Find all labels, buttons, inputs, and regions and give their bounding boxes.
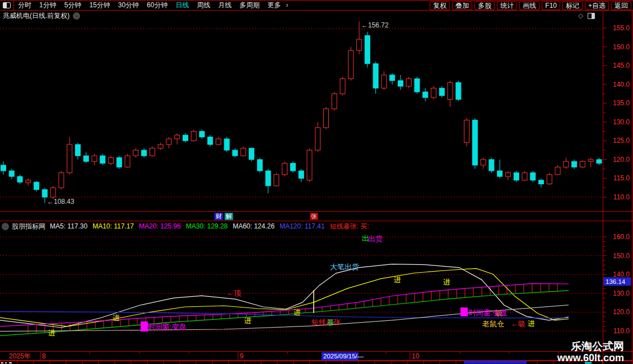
candle-body <box>522 172 527 180</box>
period-tab-周线[interactable]: 周线 <box>197 1 210 9</box>
partial-text-fragment <box>5 362 7 363</box>
ma-value-MA120: MA120: 117.41 <box>280 222 325 230</box>
price-tick-label: 110.0 <box>613 193 630 201</box>
period-tab-30分钟[interactable]: 30分钟 <box>118 1 139 9</box>
annotation-进: 进 <box>528 319 535 328</box>
news-badge-张[interactable]: 张 <box>310 213 318 220</box>
candle-body <box>191 132 196 141</box>
period-tab-日线[interactable]: 日线 <box>175 1 189 9</box>
candle-body <box>83 156 89 161</box>
annotation-进: 进 <box>113 314 120 322</box>
candle-body <box>249 148 254 160</box>
indicator-header: ⌵ 股朋指标网 MA5: 117.30MA10: 117.17MA20: 125… <box>0 222 603 231</box>
candle-body <box>357 39 362 50</box>
candle-body <box>299 171 304 178</box>
candle-body <box>588 160 593 161</box>
annotation-出货: 出货 <box>368 235 383 243</box>
candle-body <box>241 148 246 156</box>
action-buttons: 复权叠加多股统计画线F10标记+自选返回 <box>427 1 633 10</box>
candle-body <box>266 171 271 186</box>
action-button-+自选[interactable]: +自选 <box>585 1 609 10</box>
layout-icon-box[interactable] <box>0 1 14 10</box>
period-tab-多周期[interactable]: 多周期 <box>239 1 259 9</box>
candle-body <box>109 158 114 164</box>
action-button-标记[interactable]: 标记 <box>562 1 583 10</box>
candle-body <box>175 135 180 139</box>
candle-body <box>340 79 345 94</box>
action-button-返回[interactable]: 返回 <box>611 1 631 10</box>
candle-body <box>142 150 147 156</box>
price-tick-label: 145.0 <box>613 62 630 69</box>
chevron-down-icon[interactable]: ⌵ <box>73 12 80 20</box>
candle-body <box>92 156 97 161</box>
candle-body <box>50 188 55 197</box>
price-tick-label: 110.0 <box>613 327 630 335</box>
main-candlestick-chart[interactable]: ←156.72←108.43 <box>0 21 603 211</box>
indicator-panel[interactable]: 出出货大笔出货←顶进进进进进进进短线暴张暴时间窗:变盘时间窗:变盘吸老鼠仓←吸 <box>0 231 603 351</box>
chevron-down-icon[interactable]: ⌵ <box>2 223 9 230</box>
candle-body <box>547 175 552 184</box>
candle-body <box>597 160 602 164</box>
candle-body <box>572 161 577 167</box>
price-tick-label: 150.0 <box>613 43 630 51</box>
candle-body <box>307 150 312 180</box>
period-tab-60分钟[interactable]: 60分钟 <box>147 1 167 9</box>
candle-body <box>75 144 80 156</box>
annotation-吸: 吸 <box>495 309 502 318</box>
period-tab-1分钟[interactable]: 1分钟 <box>39 1 57 9</box>
candle-body <box>67 144 72 172</box>
candle-body <box>282 164 287 175</box>
candle-body <box>332 94 337 109</box>
ma-value-MA5: MA5: 117.30 <box>50 222 87 230</box>
candle-body <box>415 79 420 92</box>
candle-body <box>17 176 22 182</box>
candle-body <box>539 180 544 184</box>
candle-body <box>439 88 444 95</box>
annotation-老鼠仓: 老鼠仓 <box>482 320 504 328</box>
candle-body <box>448 82 453 99</box>
ma-value-MA30: MA30: 129.28 <box>186 222 228 230</box>
top-toolbar: 分时1分钟5分钟15分钟30分钟60分钟日线周线月线多周期更多› 复权叠加多股统… <box>0 0 633 11</box>
candle-body <box>42 190 47 197</box>
annotation-时间窗:变盘: 时间窗:变盘 <box>148 323 187 331</box>
candle-body <box>166 139 171 144</box>
action-button-画线[interactable]: 画线 <box>519 1 539 10</box>
high-price-label: ←156.72 <box>361 21 389 29</box>
candle-body <box>472 120 477 165</box>
candle-body <box>514 172 519 180</box>
period-tab-月线[interactable]: 月线 <box>218 1 231 9</box>
candle-body <box>1 165 6 171</box>
action-button-F10[interactable]: F10 <box>542 1 560 10</box>
candle-body <box>431 88 436 97</box>
price-tick-label: 130.0 <box>613 290 630 297</box>
app-window: { "toolbar": { "periods": ["分时","1分钟","5… <box>0 0 633 364</box>
panel-maximize-icon[interactable] <box>588 13 595 19</box>
year-label: 2025年 <box>9 352 31 360</box>
price-tick-label: 160.0 <box>613 233 630 241</box>
period-tab-15分钟[interactable]: 15分钟 <box>89 1 110 9</box>
diamond-icon[interactable]: ◇ <box>578 12 583 19</box>
candle-body <box>208 137 213 144</box>
action-button-复权[interactable]: 复权 <box>430 1 450 10</box>
action-button-多股[interactable]: 多股 <box>474 1 495 10</box>
candle-body <box>150 148 155 156</box>
watermark-site-name: 乐淘公式网 <box>557 341 624 352</box>
news-badge-解[interactable]: 解 <box>225 213 233 220</box>
action-button-统计[interactable]: 统计 <box>497 1 517 10</box>
price-tick-label: 140.0 <box>613 81 630 88</box>
annotation-进: 进 <box>394 276 401 284</box>
candle-body <box>232 150 238 156</box>
annotation-←吸: ←吸 <box>511 320 525 328</box>
news-badge-strip: 财解张 <box>0 211 633 221</box>
price-tick-label: 120.0 <box>613 156 630 164</box>
candle-body <box>125 156 130 167</box>
action-button-叠加[interactable]: 叠加 <box>452 1 472 10</box>
highlight-date-label: 2025/09/15/— <box>323 353 364 360</box>
news-badge-财[interactable]: 财 <box>215 213 223 220</box>
date-axis[interactable]: 2025年89102025/09/15/— <box>0 351 633 364</box>
period-tab-分时[interactable]: 分时 <box>18 1 31 9</box>
ma-values: MA5: 117.30MA10: 117.17MA20: 125.96MA30:… <box>50 222 330 230</box>
period-tab-5分钟[interactable]: 5分钟 <box>64 1 82 9</box>
candle-body <box>456 82 461 99</box>
period-tab-更多[interactable]: 更多 <box>267 1 281 9</box>
